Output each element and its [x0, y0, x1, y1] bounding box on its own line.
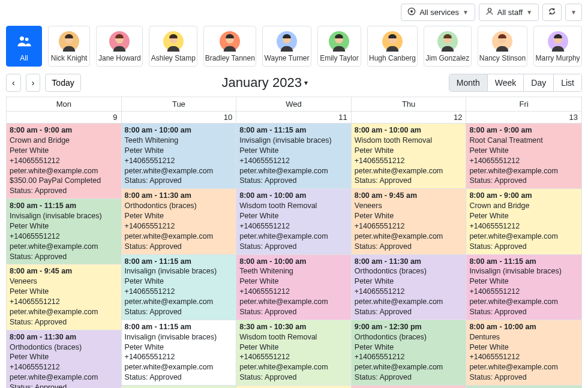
event-status: Status: Approved [125, 176, 233, 186]
event-payment: $350.00 PayPal Completed [10, 176, 118, 186]
appointment-card[interactable]: 8:00 am - 11:15 amInvisalign (invisable … [122, 320, 236, 386]
date-cell: 10 [122, 112, 237, 124]
today-button[interactable]: Today [45, 74, 80, 92]
appointment-card[interactable]: 8:00 am - 11:30 amOrthodontics (braces)P… [122, 189, 236, 254]
event-customer: Peter White [469, 146, 578, 156]
avatar [548, 31, 568, 52]
appointment-card[interactable]: 8:00 am - 10:00 amTeeth WhiteningPeter W… [122, 124, 236, 189]
more-options-button[interactable]: ▼ [565, 4, 582, 21]
calendar-header: Mon Tue Wed Thu Fri 9 10 11 12 13 [6, 97, 582, 124]
staff-tile[interactable]: Marry Murphy [533, 26, 582, 67]
appointment-card[interactable]: 8:00 am - 10:00 amTeeth WhiteningPeter W… [236, 255, 351, 320]
staff-tile[interactable]: Nancy Stinson [478, 26, 527, 67]
appointment-card[interactable]: 8:00 am - 11:15 amInvisalign (invisable … [7, 199, 121, 264]
event-time: 8:00 am - 9:45 am [355, 191, 463, 201]
appointment-card[interactable]: 9:00 am - 12:30 pmOrthodontics (braces)P… [352, 320, 466, 386]
event-email: peter.white@example.com [125, 362, 233, 372]
date-cell: 11 [236, 112, 352, 124]
event-phone: +14065551212 [469, 287, 578, 297]
refresh-icon [548, 7, 556, 17]
refresh-button[interactable] [542, 4, 562, 21]
view-month[interactable]: Month [449, 74, 487, 91]
staff-tile-label: Jane Howard [98, 54, 141, 62]
event-service: Veneers [10, 276, 118, 287]
appointment-card[interactable]: 8:30 am - 10:30 amWisdom tooth RemovalPe… [236, 320, 351, 386]
event-time: 8:00 am - 9:00 am [10, 125, 118, 136]
staff-tile[interactable]: Emily Taylor [317, 26, 361, 67]
event-email: peter.white@example.com [355, 362, 463, 372]
staff-tile[interactable]: Nick Knight [48, 26, 90, 67]
staff-tile[interactable]: Ashley Stamp [149, 26, 197, 67]
event-service: Root Canal Treatment [469, 136, 578, 146]
calendar-scroll[interactable]: 8:00 am - 9:00 amCrown and BridgePeter W… [6, 124, 582, 388]
staff-tile[interactable]: Bradley Tannen [203, 26, 256, 67]
calendar-day-column: 8:00 am - 9:00 amCrown and BridgePeter W… [7, 124, 122, 388]
event-customer: Peter White [355, 146, 463, 156]
event-phone: +14065551212 [239, 352, 348, 362]
event-service: Wisdom tooth Removal [355, 136, 463, 146]
appointment-card[interactable]: 8:00 am - 9:00 amRoot Canal TreatmentPet… [466, 124, 581, 189]
caret-down-icon: ▾ [304, 79, 308, 87]
appointment-card[interactable]: 8:00 am - 9:45 amVeneersPeter White+1406… [7, 264, 121, 330]
event-customer: Peter White [239, 276, 348, 287]
appointment-card[interactable]: 8:00 am - 9:00 amCrown and BridgePeter W… [466, 189, 581, 254]
staff-tile[interactable]: Jane Howard [96, 26, 143, 67]
staff-tile[interactable]: Wayne Turner [262, 26, 311, 67]
appointment-card[interactable]: 8:00 am - 11:15 amInvisalign (invisable … [122, 255, 236, 320]
dow-cell: Wed [236, 97, 352, 112]
event-email: peter.white@example.com [10, 307, 118, 317]
event-status: Status: Approved [469, 242, 578, 252]
event-service: Orthodontics (braces) [355, 332, 463, 342]
view-week[interactable]: Week [487, 74, 524, 91]
appointment-card[interactable]: 9:00 am - 10:00 amRoot Canal TreatmentPe… [466, 386, 581, 388]
dow-cell: Thu [352, 97, 467, 112]
event-customer: Peter White [355, 276, 463, 287]
appointment-card[interactable]: 8:00 am - 11:15 amInvisalign (invisable … [466, 255, 581, 320]
appointment-card[interactable]: 8:00 am - 10:00 amWisdom tooth RemovalPe… [236, 189, 351, 254]
event-status: Status: Approved [469, 176, 578, 186]
event-time: 8:00 am - 10:00 am [469, 322, 578, 332]
appointment-card[interactable]: 8:00 am - 10:00 amWisdom tooth RemovalPe… [352, 124, 466, 189]
appointment-card[interactable]: 9:00 am - 10:00 amRoot Canal TreatmentPe… [236, 386, 351, 388]
staff-tile[interactable]: Hugh Canberg [367, 26, 418, 67]
appointment-card[interactable]: 8:00 am - 10:00 amDenturesPeter White+14… [466, 320, 581, 386]
prev-button[interactable]: ‹ [6, 74, 21, 92]
appointment-card[interactable]: 8:30 am - 10:30 amWisdom tooth RemovalPe… [122, 386, 236, 388]
staff-tile-all[interactable]: All [6, 26, 42, 67]
event-time: 8:00 am - 10:00 am [125, 125, 233, 136]
event-phone: +14065551212 [10, 231, 118, 242]
appointment-card[interactable]: 8:00 am - 9:45 amVeneersPeter White+1406… [352, 189, 466, 254]
staff-tile[interactable]: Jim Gonzalez [424, 26, 472, 67]
event-phone: +14065551212 [355, 352, 463, 362]
event-customer: Peter White [239, 342, 348, 353]
avatar [437, 31, 458, 52]
event-customer: Peter White [469, 276, 578, 287]
event-customer: Peter White [125, 146, 233, 156]
services-filter-label: All services [419, 8, 459, 17]
appointment-card[interactable]: 8:00 am - 11:30 amOrthodontics (braces)P… [352, 255, 466, 320]
svg-point-2 [488, 8, 491, 11]
date-cell: 12 [352, 112, 467, 124]
avatar [59, 31, 79, 52]
view-list[interactable]: List [553, 74, 581, 91]
appointment-card[interactable]: 9:00 am - 10:00 amRoot Canal TreatmentPe… [352, 386, 466, 388]
staff-filter[interactable]: All staff ▼ [479, 4, 539, 21]
avatar [382, 31, 403, 52]
staff-tile-label: Ashley Stamp [151, 54, 196, 62]
appointment-card[interactable]: 8:00 am - 9:00 amCrown and BridgePeter W… [7, 124, 121, 199]
avatar [277, 31, 297, 52]
appointment-card[interactable]: 8:00 am - 11:30 amOrthodontics (braces)P… [7, 330, 121, 388]
event-service: Invisalign (invisable braces) [125, 332, 233, 342]
event-status: Status: Approved [125, 307, 233, 317]
appointment-card[interactable]: 8:00 am - 11:15 amInvisalign (invisable … [236, 124, 351, 189]
period-title[interactable]: January 2023 ▾ [222, 75, 308, 91]
staff-tile-label: Wayne Turner [265, 54, 310, 62]
event-email: peter.white@example.com [239, 166, 348, 176]
date-cell: 9 [7, 112, 122, 124]
services-filter[interactable]: All services ▼ [401, 4, 475, 21]
calendar-toolbar: ‹ › Today January 2023 ▾ Month Week Day … [0, 73, 588, 97]
event-status: Status: Approved [125, 242, 233, 252]
event-time: 8:00 am - 11:15 am [125, 257, 233, 267]
view-day[interactable]: Day [523, 74, 553, 91]
next-button[interactable]: › [26, 74, 41, 92]
